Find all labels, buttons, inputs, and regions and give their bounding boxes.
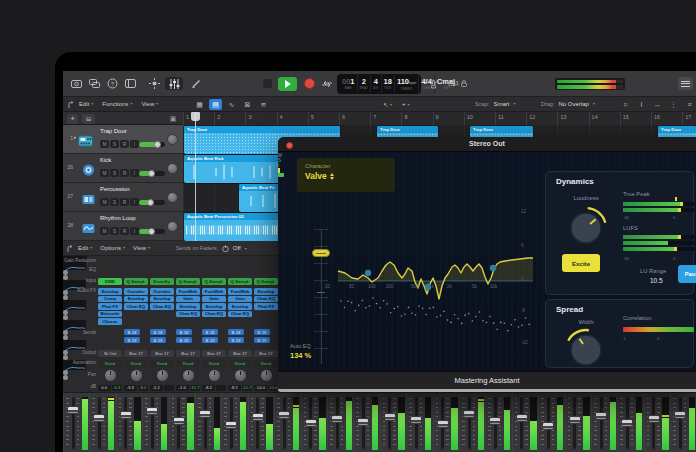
list-editors-button[interactable] xyxy=(678,77,693,90)
mixer-pan-knob[interactable] xyxy=(182,369,195,382)
track-pan-knob[interactable] xyxy=(167,192,178,203)
track-r-button[interactable]: R xyxy=(120,140,129,148)
pointer-tool-menu[interactable]: ↖▾ xyxy=(383,101,392,108)
zoom-horizontal-icon[interactable]: ↔ xyxy=(651,99,664,110)
fader-handle[interactable] xyxy=(357,418,369,426)
mixer-menu-options[interactable]: Options▾ xyxy=(100,245,125,251)
fader-handle[interactable] xyxy=(516,414,528,422)
mixer-automation-button[interactable]: Read xyxy=(124,360,148,367)
fader-handle[interactable] xyxy=(595,412,607,420)
fader-handle[interactable] xyxy=(93,414,105,422)
go-up-icon[interactable] xyxy=(67,101,75,110)
snap-control[interactable]: Snap: Smart▾ xyxy=(475,101,515,107)
eq-gain-slider-handle[interactable] xyxy=(312,249,330,257)
more-menu-icon[interactable]: ≡ xyxy=(683,99,696,110)
menu-view[interactable]: View▾ xyxy=(141,101,158,107)
fader-handle[interactable] xyxy=(489,417,501,425)
mixer-fx-button[interactable]: FuzzWah xyxy=(176,288,200,295)
mixer-fx-button[interactable]: Chan EQ xyxy=(202,311,226,318)
stepper-icon[interactable] xyxy=(330,173,334,180)
mixer-fx-button[interactable]: Ovendrv xyxy=(124,288,148,295)
mixer-send-button[interactable]: B 18 xyxy=(202,329,218,335)
track-r-button[interactable]: R xyxy=(120,169,129,177)
fader-handle[interactable] xyxy=(331,415,343,423)
mixer-send-button[interactable]: B 18 xyxy=(150,329,166,335)
drag-control[interactable]: Drag: No Overlap▾ xyxy=(541,101,595,107)
fader-handle[interactable] xyxy=(437,420,449,428)
mixer-input-button[interactable]: DMD xyxy=(98,278,122,285)
mixer-fx-button[interactable]: Envelop xyxy=(202,303,226,310)
menu-functions[interactable]: Functions▾ xyxy=(102,101,132,107)
mixer-fx-button[interactable]: Envelop xyxy=(150,296,174,303)
mixer-output-button[interactable]: St Out xyxy=(98,350,122,357)
mixer-send-button[interactable]: B 18 xyxy=(254,329,270,335)
fader-handle[interactable] xyxy=(621,419,633,427)
mixer-automation-button[interactable]: Read xyxy=(176,360,200,367)
track-header[interactable]: 1▸Trap DoorMSRI xyxy=(63,125,183,154)
fader-handle[interactable] xyxy=(674,411,686,419)
mixer-fx-button[interactable]: Phat FX xyxy=(98,303,122,310)
track-m-button[interactable]: M xyxy=(100,169,109,177)
mixer-input-button[interactable]: Q-Sampl. xyxy=(228,278,252,285)
width-knob[interactable] xyxy=(564,328,608,372)
piano-roll-icon[interactable]: ▤ xyxy=(209,99,222,110)
add-track-button[interactable]: + xyxy=(67,114,78,124)
fader-handle[interactable] xyxy=(120,411,132,419)
mixer-send-button[interactable]: B 18 xyxy=(176,329,192,335)
plugin-title-bar[interactable]: Stereo Out xyxy=(278,137,696,152)
slider-knob[interactable] xyxy=(154,141,161,148)
track-pan-knob[interactable] xyxy=(167,221,178,232)
track-volume-slider[interactable] xyxy=(139,200,165,205)
track-m-button[interactable]: M xyxy=(100,198,109,206)
loudness-knob[interactable] xyxy=(564,206,608,250)
excite-button[interactable]: Excite xyxy=(562,254,600,272)
mixer-input-button[interactable]: DrumSy. xyxy=(150,278,174,285)
stop-button[interactable] xyxy=(263,79,272,88)
track-r-button[interactable]: R xyxy=(120,198,129,206)
track-i-button[interactable]: I xyxy=(130,227,139,235)
mixer-output-button[interactable]: Bus 17 xyxy=(228,350,252,357)
track-m-button[interactable]: M xyxy=(100,227,109,235)
fader-handle[interactable] xyxy=(199,410,211,418)
mixer-menu-view[interactable]: View▾ xyxy=(133,245,150,251)
panel-toggle-icon[interactable]: ▣ xyxy=(167,114,179,124)
track-i-button[interactable]: I xyxy=(130,169,139,177)
mixer-fx-button[interactable]: Bitcrushr xyxy=(98,311,122,318)
fader-handle[interactable] xyxy=(463,410,475,418)
mixer-input-button[interactable]: Q-Sampl. xyxy=(254,278,278,285)
mixer-input-button[interactable]: Q-Sampl. xyxy=(124,278,148,285)
fader-handle[interactable] xyxy=(278,411,290,419)
mixer-input-button[interactable]: Q-Sampl. xyxy=(176,278,200,285)
automation-icon[interactable]: ∿ xyxy=(225,99,238,110)
mixer-menu-edit[interactable]: Edit▾ xyxy=(78,245,92,251)
fader-handle[interactable] xyxy=(67,406,79,414)
mixer-send-button[interactable]: B 19 xyxy=(150,337,166,343)
track-s-button[interactable]: S xyxy=(110,227,119,235)
mixer-pan-knob[interactable] xyxy=(260,369,273,382)
mixer-pan-knob[interactable] xyxy=(130,369,143,382)
zoom-vertical-icon[interactable]: ⋮ xyxy=(667,99,680,110)
send-knob[interactable] xyxy=(63,355,68,360)
mixer-fx-button[interactable]: Chorus xyxy=(98,318,122,325)
track-pan-knob[interactable] xyxy=(167,134,178,145)
mixer-output-button[interactable]: Bus 17 xyxy=(202,350,226,357)
mixer-fx-button[interactable]: Gain xyxy=(176,296,200,303)
quick-help-icon[interactable]: ? xyxy=(105,77,119,90)
crossfade-icon[interactable]: ⊠ xyxy=(241,99,254,110)
track-volume-slider[interactable] xyxy=(139,229,165,234)
track-header[interactable]: 26KickMSRI xyxy=(63,154,183,183)
track-i-button[interactable]: I xyxy=(130,198,139,206)
quick-controls-icon[interactable] xyxy=(147,77,161,90)
mixer-pan-knob[interactable] xyxy=(208,369,221,382)
slider-knob[interactable] xyxy=(148,170,155,177)
fader-handle[interactable] xyxy=(410,416,422,424)
mixer-output-button[interactable]: Bus 17 xyxy=(254,350,278,357)
mixer-output-button[interactable]: Bus 17 xyxy=(176,350,200,357)
mixer-fx-button[interactable]: Chan EQ xyxy=(176,311,200,318)
fader-handle[interactable] xyxy=(252,413,264,421)
fader-handle[interactable] xyxy=(146,407,158,415)
send-knob[interactable] xyxy=(63,295,68,300)
secondary-tool-menu[interactable]: +▾ xyxy=(402,101,410,108)
track-stack-button[interactable]: ⊟ xyxy=(82,114,95,124)
metronome-button[interactable] xyxy=(427,77,440,90)
